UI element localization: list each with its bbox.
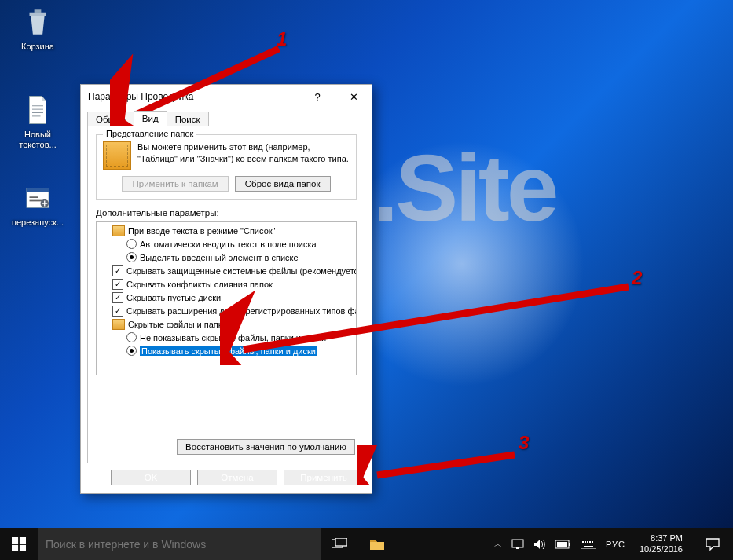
recycle-bin-icon [20,5,55,39]
tray-language[interactable]: РУС [606,528,625,560]
tray-date: 10/25/2016 [640,544,683,555]
folder-icon [112,225,125,236]
task-view-button[interactable] [321,528,358,560]
help-button[interactable]: ? [299,85,335,108]
apply-to-folders-button: Применить к папкам [122,176,228,192]
svg-rect-22 [557,542,567,547]
restore-defaults-button[interactable]: Восстановить значения по умолчанию [177,439,355,455]
notification-icon [706,538,720,551]
search-input[interactable] [38,528,321,560]
svg-rect-14 [12,544,18,551]
folder-views-text: Вы можете применить этот вид (например, … [137,141,350,165]
svg-rect-23 [581,540,596,549]
tab-general[interactable]: Общие [87,112,134,126]
action-center-button[interactable] [697,528,728,560]
text-file-icon [20,93,55,127]
svg-rect-6 [30,196,38,198]
dialog-title: Параметры Проводника [88,91,193,102]
svg-rect-26 [587,541,588,543]
tree-radio[interactable]: Выделять введенный элемент в списке [98,251,357,264]
radio-icon [126,252,137,262]
ok-button[interactable]: OK [111,470,191,485]
taskbar: ︿ РУС 8:37 PM 10/25/2016 [0,528,733,560]
desktop-icon-label: Новый текстов... [8,130,68,149]
apply-button[interactable]: Применить [284,470,364,485]
svg-rect-25 [585,541,586,543]
radio-icon [126,239,137,249]
svg-rect-19 [516,547,519,549]
tree-radio[interactable]: Автоматически вводить текст в поле поиск… [98,237,357,251]
dialog-button-row: OK Отмена Применить [81,470,372,493]
svg-rect-18 [512,540,523,547]
svg-rect-12 [12,537,18,544]
desktop-icon-recycle-bin[interactable]: Корзина [8,5,68,52]
checkbox-icon: ✓ [112,306,123,317]
file-explorer-icon [369,538,385,551]
cancel-button[interactable]: Отмена [197,470,277,485]
checkbox-icon: ✓ [112,292,123,303]
desktop-icon-label: Корзина [8,42,68,52]
tree-check[interactable]: ✓Скрывать защищенные системные файлы (ре… [98,264,357,277]
desktop-icon-text-file[interactable]: Новый текстов... [8,93,68,149]
tray-battery-icon[interactable] [555,528,571,560]
tree-radio[interactable]: Не показывать скрытые файлы, папки и дис… [98,331,357,344]
annotation-number-3: 3 [519,432,529,454]
svg-rect-27 [589,541,591,543]
tab-search[interactable]: Поиск [167,112,209,126]
radio-icon [126,332,137,342]
annotation-arrow-3 [357,445,530,485]
tab-strip: Общие Вид Поиск [81,108,372,126]
taskbar-app-explorer[interactable] [358,528,396,560]
folder-options-dialog: Параметры Проводника ? ✕ Общие Вид Поиск… [80,84,372,494]
svg-rect-21 [569,543,570,546]
close-button[interactable]: ✕ [335,85,372,108]
folder-views-group: Представление папок Вы можете применить … [96,134,357,200]
radio-icon [126,346,137,356]
task-view-icon [332,538,347,551]
annotation-number-1: 1 [277,28,287,50]
svg-rect-15 [20,544,26,551]
tab-view[interactable]: Вид [134,111,167,126]
tree-folder[interactable]: При вводе текста в режиме "Список" [98,224,357,237]
start-button[interactable] [0,528,38,560]
advanced-label: Дополнительные параметры: [96,208,357,218]
checkbox-icon: ✓ [112,265,123,276]
desktop-icon-label: перезапуск... [8,218,68,228]
tree-check[interactable]: ✓Скрывать конфликты слияния папок [98,277,357,291]
folder-icon [112,319,125,330]
svg-rect-24 [582,541,584,543]
svg-rect-28 [592,541,593,543]
tree-folder[interactable]: Скрытые файлы и папки [98,317,357,331]
system-tray: ︿ РУС 8:37 PM 10/25/2016 [494,528,733,560]
annotation-number-2: 2 [632,267,642,289]
desktop-icon-bat-file[interactable]: перезапуск... [8,181,68,228]
tray-time: 8:37 PM [640,533,683,544]
tray-network-icon[interactable] [511,528,524,560]
advanced-settings-tree[interactable]: При вводе текста в режиме "Список" Автом… [96,221,357,375]
tray-clock[interactable]: 8:37 PM 10/25/2016 [635,533,687,554]
group-legend: Представление папок [103,129,196,138]
svg-rect-29 [584,546,593,547]
svg-rect-13 [20,537,26,544]
tray-overflow-button[interactable]: ︿ [494,528,502,560]
tray-keyboard-icon[interactable] [581,528,596,560]
svg-rect-17 [335,538,347,546]
folder-icon [103,141,131,170]
tree-check[interactable]: ✓Скрывать расширения для зарегистрирован… [98,304,357,317]
svg-rect-5 [27,188,49,192]
desktop[interactable]: Корзина Новый текстов... перезапуск... K… [0,0,733,528]
checkbox-icon: ✓ [112,279,123,290]
tree-radio-show-hidden[interactable]: Показывать скрытые файлы, папки и диски [98,344,357,357]
tray-volume-icon[interactable] [533,528,546,560]
svg-rect-7 [30,200,42,202]
reset-folders-button[interactable]: Сброс вида папок [235,176,331,192]
svg-line-11 [377,455,515,475]
tab-page-view: Представление папок Вы можете применить … [87,126,365,463]
titlebar[interactable]: Параметры Проводника ? ✕ [81,85,372,108]
tree-check[interactable]: ✓Скрывать пустые диски [98,291,357,304]
windows-logo-icon [12,537,26,551]
batch-file-icon [20,181,55,215]
